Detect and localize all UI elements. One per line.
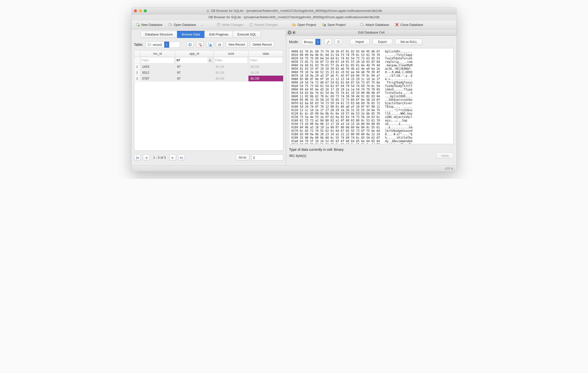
main-tabs: Database Structure Browse Data Edit Prag…: [131, 29, 286, 38]
panel-titlebar: ✕ ◧ Edit Database Cell: [286, 29, 457, 36]
pager-text: 1 - 3 of 3: [153, 156, 166, 159]
print-button[interactable]: [216, 41, 223, 48]
refresh-icon: [188, 43, 192, 47]
save-view-icon: [208, 43, 212, 47]
export-button[interactable]: Export: [373, 39, 392, 45]
filter-rec-id[interactable]: [141, 57, 174, 63]
close-database-icon: [395, 23, 399, 27]
tab-database-structure[interactable]: Database Structure: [140, 31, 177, 38]
pager: |◂ ◂ 1 - 3 of 3 ▸ ▸| Go to:: [131, 151, 286, 166]
new-database-icon: [136, 23, 140, 27]
filter-row: ⊗: [134, 57, 283, 64]
write-changes-button: Write Changes: [214, 22, 246, 28]
first-page-button[interactable]: |◂: [134, 154, 141, 161]
svg-point-19: [328, 41, 329, 41]
new-record-button[interactable]: New Record: [226, 41, 247, 48]
open-project-icon: [292, 23, 296, 27]
mode-label: Mode:: [289, 40, 299, 44]
set-null-button[interactable]: Set as NULL: [395, 39, 422, 45]
filter-app-id[interactable]: [176, 57, 208, 63]
window-title-text: DB Browser for SQLite - /private/var/fol…: [211, 9, 382, 13]
hex-view[interactable]: 0000 62 70 6c 69 73 74 30 30 d7 01 02 03…: [289, 48, 454, 144]
write-changes-icon: [217, 23, 221, 27]
svg-rect-6: [218, 23, 219, 24]
cell-editor-pane: ✕ ◧ Edit Database Cell Mode: Binary ▴▾ I…: [286, 29, 457, 166]
cell-type-info: Type of data currently in cell: Binary: [286, 144, 457, 153]
prev-page-button[interactable]: ◂: [143, 154, 150, 161]
data-table: rec_id app_id uuid data ⊗: [134, 50, 283, 82]
text-indent-button[interactable]: [335, 39, 342, 45]
close-window-icon[interactable]: [134, 9, 137, 12]
wand-icon: [326, 40, 330, 44]
panel-detach-icon[interactable]: ◧: [292, 31, 296, 34]
cell-size-info: 961 byte(s): [289, 154, 306, 158]
goto-button[interactable]: Go to:: [236, 154, 249, 161]
table-icon: [148, 43, 151, 46]
new-database-button[interactable]: New Database: [133, 22, 165, 28]
attach-database-icon: [360, 23, 364, 27]
next-page-button[interactable]: ▸: [169, 154, 176, 161]
save-view-button[interactable]: [206, 41, 213, 48]
svg-point-1: [207, 9, 209, 10]
open-project-button[interactable]: Open Project: [290, 22, 319, 28]
tab-execute-sql[interactable]: Execute SQL: [233, 31, 261, 38]
svg-rect-18: [219, 45, 220, 46]
table-row[interactable]: 1 1433 97 BLOB BLOB: [134, 64, 283, 70]
clear-filter-icon[interactable]: ⊗: [208, 58, 212, 62]
database-icon: [206, 9, 210, 13]
table-select[interactable]: record ▴▾: [146, 41, 180, 48]
filter-uuid[interactable]: [215, 57, 247, 63]
goto-input[interactable]: [251, 154, 283, 160]
table-label: Table:: [134, 43, 143, 47]
table-row[interactable]: 3 5787 97 BLOB BLOB: [134, 76, 283, 82]
status-bar: UTF-8: [131, 166, 457, 171]
table-header-row: rec_id app_id uuid data: [134, 51, 283, 57]
document-path: DB Browser for SQLite - /private/var/fol…: [131, 14, 457, 20]
browse-pane: Database Structure Browse Data Edit Prag…: [131, 29, 286, 166]
col-data[interactable]: data: [248, 51, 283, 57]
svg-rect-7: [324, 25, 326, 26]
revert-changes-button: Revert Changes: [247, 22, 280, 28]
minimize-window-icon[interactable]: [139, 9, 142, 12]
import-button[interactable]: Import: [350, 39, 370, 45]
svg-rect-9: [148, 43, 151, 46]
tab-edit-pragmas[interactable]: Edit Pragmas: [204, 31, 233, 38]
col-rec-id[interactable]: rec_id: [140, 51, 175, 57]
window-title: DB Browser for SQLite - /private/var/fol…: [134, 9, 454, 13]
open-database-icon: [168, 23, 172, 27]
svg-rect-15: [210, 45, 212, 46]
zoom-window-icon[interactable]: [144, 9, 147, 12]
svg-rect-17: [219, 43, 220, 44]
select-arrows-icon: ▴▾: [164, 42, 169, 48]
indent-icon: [336, 40, 340, 44]
app-window: DB Browser for SQLite - /private/var/fol…: [131, 7, 457, 171]
close-database-button[interactable]: Close Database: [392, 22, 426, 28]
delete-record-button[interactable]: Delete Record: [250, 41, 274, 48]
clear-filters-button[interactable]: [196, 41, 204, 48]
select-arrows-icon: ▴▾: [315, 39, 320, 45]
tab-browse-data[interactable]: Browse Data: [177, 31, 205, 38]
last-page-button[interactable]: ▸|: [178, 154, 185, 161]
revert-changes-icon: [249, 23, 253, 27]
open-database-button[interactable]: Open Database: [166, 22, 198, 28]
titlebar: DB Browser for SQLite - /private/var/fol…: [131, 7, 457, 14]
save-project-icon: [322, 23, 326, 27]
refresh-button[interactable]: [186, 41, 194, 48]
encoding-label: UTF-8: [445, 167, 453, 170]
col-uuid[interactable]: uuid: [213, 51, 248, 57]
save-project-button[interactable]: Save Project: [320, 22, 348, 28]
apply-button: Apply: [436, 153, 454, 159]
filter-data[interactable]: [249, 57, 282, 63]
selected-cell[interactable]: BLOB: [248, 76, 283, 82]
chevron-down-icon[interactable]: ﹀: [201, 24, 203, 28]
attach-database-button[interactable]: Attach Database: [358, 22, 392, 28]
col-app-id[interactable]: app_id: [175, 51, 214, 57]
panel-close-icon[interactable]: ✕: [288, 31, 292, 34]
grid-empty-area[interactable]: [134, 82, 283, 151]
table-row[interactable]: 2 5512 97 BLOB BLOB: [134, 70, 283, 76]
main-toolbar: New Database Open Database ﹀ Write Chang…: [131, 20, 457, 29]
window-controls: [134, 9, 147, 12]
autoformat-button[interactable]: [324, 39, 332, 45]
mode-select[interactable]: Binary ▴▾: [302, 39, 321, 45]
print-icon: [218, 43, 222, 47]
